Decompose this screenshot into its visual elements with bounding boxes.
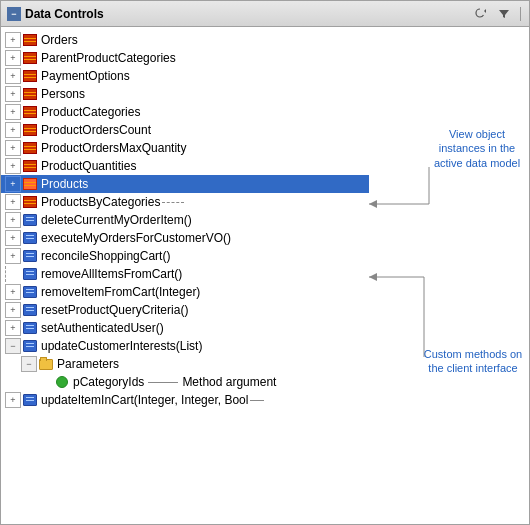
label-products: Products <box>41 177 88 191</box>
header-divider <box>520 7 521 21</box>
expand-removeitemfromcart[interactable]: + <box>5 284 21 300</box>
tree-item-productcategories[interactable]: + ProductCategories <box>1 103 369 121</box>
expand-productsbycategories[interactable]: + <box>5 194 21 210</box>
table-icon-productorderscount <box>22 123 38 137</box>
data-controls-panel: − Data Controls + Orders <box>0 0 530 525</box>
tree-item-pcategoryids[interactable]: pCategoryIds Method argument <box>1 373 369 391</box>
table-icon-parentproductcategories <box>22 51 38 65</box>
refresh-button[interactable] <box>470 5 490 23</box>
tree-item-productquantities[interactable]: + ProductQuantities <box>1 157 369 175</box>
expand-resetproductquerycriteria[interactable]: + <box>5 302 21 318</box>
method-icon-executemyordersforcustomervo <box>22 231 38 245</box>
expand-products[interactable]: + <box>5 176 21 192</box>
expand-parameters[interactable]: − <box>21 356 37 372</box>
label-persons: Persons <box>41 87 85 101</box>
spacer-removeallitemsfromcart <box>5 266 21 282</box>
tree-item-paymentoptions[interactable]: + PaymentOptions <box>1 67 369 85</box>
expand-deletecurrentmyorderitem[interactable]: + <box>5 212 21 228</box>
method-arg-line <box>148 382 178 383</box>
label-productcategories: ProductCategories <box>41 105 140 119</box>
expand-updatecustomerinterests[interactable]: − <box>5 338 21 354</box>
label-reconcileshoppingcart: reconcileShoppingCart() <box>41 249 170 263</box>
table-icon-productcategories <box>22 105 38 119</box>
tree-item-reconcileshoppingcart[interactable]: + reconcileShoppingCart() <box>1 247 369 265</box>
label-productquantities: ProductQuantities <box>41 159 136 173</box>
table-icon-paymentoptions <box>22 69 38 83</box>
label-productorderscount: ProductOrdersCount <box>41 123 151 137</box>
tree-item-parameters[interactable]: − Parameters <box>1 355 369 373</box>
expand-paymentoptions[interactable]: + <box>5 68 21 84</box>
svg-marker-6 <box>369 273 377 281</box>
expand-updateitemincart[interactable]: + <box>5 392 21 408</box>
tree-item-executemyordersforcustomervo[interactable]: + executeMyOrdersForCustomerVO() <box>1 229 369 247</box>
panel-title: Data Controls <box>25 7 466 21</box>
svg-marker-3 <box>369 200 377 208</box>
method-icon-resetproductquerycriteria <box>22 303 38 317</box>
table-icon-orders <box>22 33 38 47</box>
label-orders: Orders <box>41 33 78 47</box>
tree-item-updatecustomerinterests[interactable]: − updateCustomerInterests(List) <box>1 337 369 355</box>
tree-item-setauthenticateduser[interactable]: + setAuthenticatedUser() <box>1 319 369 337</box>
expand-orders[interactable]: + <box>5 32 21 48</box>
panel-collapse-icon[interactable]: − <box>7 7 21 21</box>
label-executemyordersforcustomervo: executeMyOrdersForCustomerVO() <box>41 231 231 245</box>
tree-item-removeitemfromcart[interactable]: + removeItemFromCart(Integer) <box>1 283 369 301</box>
label-deletecurrentmyorderitem: deleteCurrentMyOrderItem() <box>41 213 192 227</box>
label-removeitemfromcart: removeItemFromCart(Integer) <box>41 285 200 299</box>
annotation-custom-methods: Custom methods on the client interface <box>419 347 527 376</box>
method-icon-updateitemincart <box>22 393 38 407</box>
dashed-separator <box>162 202 184 203</box>
param-icon-pcategoryids <box>54 375 70 389</box>
expand-productordersmaxquantity[interactable]: + <box>5 140 21 156</box>
label-updatecustomerinterests: updateCustomerInterests(List) <box>41 339 202 353</box>
method-icon-removeallitemsfromcart <box>22 267 38 281</box>
label-resetproductquerycriteria: resetProductQueryCriteria() <box>41 303 188 317</box>
table-icon-persons <box>22 87 38 101</box>
label-parameters: Parameters <box>57 357 119 371</box>
label-removeallitemsfromcart: removeAllItemsFromCart() <box>41 267 182 281</box>
filter-button[interactable] <box>494 5 514 23</box>
tree-item-removeallitemsfromcart[interactable]: removeAllItemsFromCart() <box>1 265 369 283</box>
tree-item-persons[interactable]: + Persons <box>1 85 369 103</box>
trailing-line <box>250 400 264 401</box>
label-productsbycategories: ProductsByCategories <box>41 195 160 209</box>
expand-productquantities[interactable]: + <box>5 158 21 174</box>
tree-item-productorderscount[interactable]: + ProductOrdersCount <box>1 121 369 139</box>
label-setauthenticateduser: setAuthenticatedUser() <box>41 321 164 335</box>
tree-item-orders[interactable]: + Orders <box>1 31 369 49</box>
annotation-lines-svg <box>369 27 529 524</box>
method-icon-setauthenticateduser <box>22 321 38 335</box>
tree-container[interactable]: + Orders + ParentProductCategories + Pay… <box>1 27 369 524</box>
annotations-panel: View object instances in the active data… <box>369 27 529 524</box>
panel-body: + Orders + ParentProductCategories + Pay… <box>1 27 529 524</box>
method-icon-reconcileshoppingcart <box>22 249 38 263</box>
table-icon-productordersmaxquantity <box>22 141 38 155</box>
expand-executemyordersforcustomervo[interactable]: + <box>5 230 21 246</box>
tree-item-deletecurrentmyorderitem[interactable]: + deleteCurrentMyOrderItem() <box>1 211 369 229</box>
tree-item-products[interactable]: + Products <box>1 175 369 193</box>
tree-item-productsbycategories[interactable]: + ProductsByCategories <box>1 193 369 211</box>
spacer-pcategoryids <box>37 374 53 390</box>
folder-icon-parameters <box>38 357 54 371</box>
label-productordersmaxquantity: ProductOrdersMaxQuantity <box>41 141 186 155</box>
method-icon-removeitemfromcart <box>22 285 38 299</box>
label-paymentoptions: PaymentOptions <box>41 69 130 83</box>
svg-marker-0 <box>484 9 486 13</box>
table-icon-productquantities <box>22 159 38 173</box>
method-icon-deletecurrentmyorderitem <box>22 213 38 227</box>
expand-reconcileshoppingcart[interactable]: + <box>5 248 21 264</box>
tree-item-parentproductcategories[interactable]: + ParentProductCategories <box>1 49 369 67</box>
expand-persons[interactable]: + <box>5 86 21 102</box>
annotation-view-object: View object instances in the active data… <box>427 127 527 170</box>
expand-productcategories[interactable]: + <box>5 104 21 120</box>
method-icon-updatecustomerinterests <box>22 339 38 353</box>
expand-productorderscount[interactable]: + <box>5 122 21 138</box>
expand-parentproductcategories[interactable]: + <box>5 50 21 66</box>
table-icon-productsbycategories <box>22 195 38 209</box>
label-updateitemincart: updateItemInCart(Integer, Integer, Bool <box>41 393 248 407</box>
tree-item-updateitemincart[interactable]: + updateItemInCart(Integer, Integer, Boo… <box>1 391 369 409</box>
expand-setauthenticateduser[interactable]: + <box>5 320 21 336</box>
tree-item-productordersmaxquantity[interactable]: + ProductOrdersMaxQuantity <box>1 139 369 157</box>
table-icon-products <box>22 177 38 191</box>
tree-item-resetproductquerycriteria[interactable]: + resetProductQueryCriteria() <box>1 301 369 319</box>
